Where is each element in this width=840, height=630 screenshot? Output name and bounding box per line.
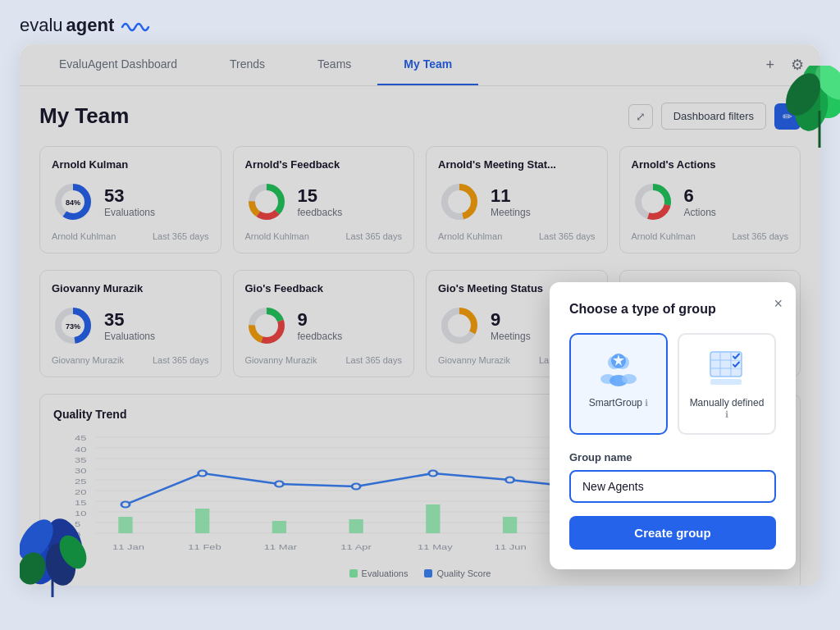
- smart-group-option[interactable]: SmartGroup ℹ: [569, 333, 668, 435]
- smart-group-icon: [598, 348, 639, 389]
- logo-text-bold: agent: [66, 15, 115, 36]
- manually-defined-label: Manually defined ℹ: [689, 397, 765, 420]
- smart-group-label: SmartGroup ℹ: [589, 397, 649, 409]
- svg-rect-98: [710, 379, 742, 385]
- modal-overlay: Choose a type of group ×: [20, 44, 820, 586]
- top-bar: evaluagent: [0, 0, 840, 44]
- main-dashboard-card: EvaluAgent Dashboard Trends Teams My Tea…: [20, 44, 820, 586]
- create-group-button[interactable]: Create group: [569, 516, 776, 550]
- logo-wave: [121, 17, 150, 34]
- choose-group-modal: Choose a type of group ×: [550, 282, 796, 569]
- group-type-selector: SmartGroup ℹ: [569, 333, 776, 435]
- group-name-input[interactable]: [569, 470, 776, 503]
- app-logo: evaluagent: [20, 15, 150, 36]
- logo-text-regular: evalu: [20, 15, 63, 36]
- group-name-field-label: Group name: [569, 451, 776, 463]
- modal-close-button[interactable]: ×: [774, 295, 783, 313]
- manually-defined-option[interactable]: Manually defined ℹ: [678, 333, 776, 435]
- manually-defined-icon: [706, 348, 747, 389]
- svg-point-89: [622, 374, 637, 384]
- modal-title: Choose a type of group: [569, 302, 776, 317]
